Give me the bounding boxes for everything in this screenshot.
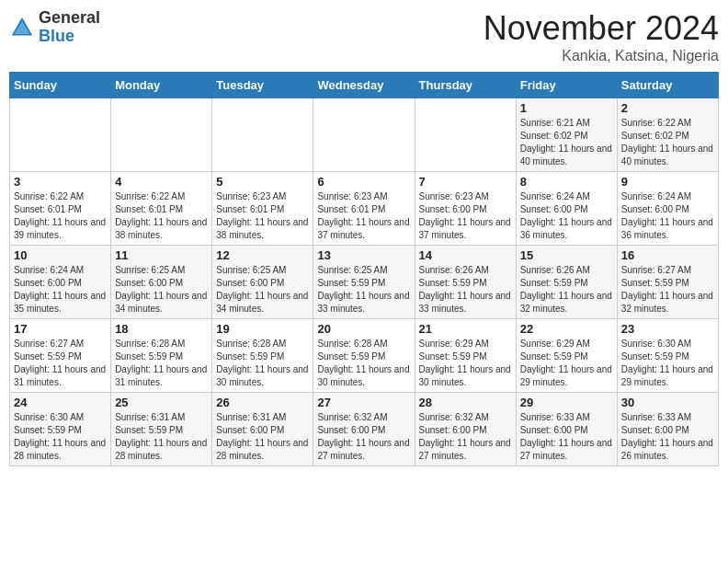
day-number: 9 [621, 175, 714, 189]
day-number: 22 [520, 322, 613, 336]
day-number: 29 [520, 396, 613, 409]
calendar-cell: 18Sunrise: 6:28 AMSunset: 5:59 PMDayligh… [111, 319, 212, 393]
day-info: Sunrise: 6:30 AMSunset: 5:59 PMDaylight:… [621, 338, 714, 389]
day-info: Sunrise: 6:32 AMSunset: 6:00 PMDaylight:… [317, 411, 410, 463]
calendar-cell: 25Sunrise: 6:31 AMSunset: 5:59 PMDayligh… [111, 393, 212, 466]
day-info: Sunrise: 6:30 AMSunset: 5:59 PMDaylight:… [14, 411, 107, 463]
day-number: 4 [115, 175, 208, 189]
day-info: Sunrise: 6:24 AMSunset: 6:00 PMDaylight:… [14, 264, 107, 316]
day-info: Sunrise: 6:23 AMSunset: 6:00 PMDaylight:… [419, 190, 512, 242]
day-info: Sunrise: 6:27 AMSunset: 5:59 PMDaylight:… [14, 338, 107, 389]
day-number: 19 [216, 322, 309, 336]
calendar-cell [415, 98, 516, 172]
day-number: 12 [216, 248, 309, 262]
day-number: 3 [14, 175, 107, 189]
day-number: 30 [621, 396, 714, 409]
logo-text: General Blue [39, 9, 100, 46]
day-of-week-header: Sunday [10, 73, 111, 98]
calendar-cell: 27Sunrise: 6:32 AMSunset: 6:00 PMDayligh… [313, 393, 415, 466]
day-info: Sunrise: 6:25 AMSunset: 6:00 PMDaylight:… [216, 264, 309, 316]
calendar-cell: 12Sunrise: 6:25 AMSunset: 6:00 PMDayligh… [212, 246, 313, 319]
day-info: Sunrise: 6:22 AMSunset: 6:01 PMDaylight:… [115, 190, 208, 242]
day-info: Sunrise: 6:31 AMSunset: 6:00 PMDaylight:… [216, 411, 309, 463]
calendar-cell: 3Sunrise: 6:22 AMSunset: 6:01 PMDaylight… [10, 172, 111, 246]
day-number: 7 [419, 175, 512, 189]
day-number: 1 [520, 101, 613, 115]
day-number: 13 [317, 248, 410, 262]
day-info: Sunrise: 6:24 AMSunset: 6:00 PMDaylight:… [520, 190, 613, 242]
calendar-cell: 15Sunrise: 6:26 AMSunset: 5:59 PMDayligh… [516, 246, 617, 319]
page-header: General Blue November 2024 Kankia, Katsi… [9, 9, 719, 64]
calendar-week-row: 10Sunrise: 6:24 AMSunset: 6:00 PMDayligh… [10, 246, 719, 319]
calendar-cell: 8Sunrise: 6:24 AMSunset: 6:00 PMDaylight… [516, 172, 617, 246]
calendar-cell: 16Sunrise: 6:27 AMSunset: 5:59 PMDayligh… [617, 246, 718, 319]
calendar-body: 1Sunrise: 6:21 AMSunset: 6:02 PMDaylight… [10, 98, 719, 466]
day-number: 11 [115, 248, 208, 262]
day-of-week-header: Monday [111, 73, 212, 98]
day-number: 24 [14, 396, 107, 409]
calendar-cell: 11Sunrise: 6:25 AMSunset: 6:00 PMDayligh… [111, 246, 212, 319]
calendar-cell: 1Sunrise: 6:21 AMSunset: 6:02 PMDaylight… [516, 98, 617, 172]
calendar-week-row: 3Sunrise: 6:22 AMSunset: 6:01 PMDaylight… [10, 172, 719, 246]
day-info: Sunrise: 6:28 AMSunset: 5:59 PMDaylight:… [317, 338, 410, 389]
day-info: Sunrise: 6:21 AMSunset: 6:02 PMDaylight:… [520, 117, 613, 168]
day-number: 15 [520, 248, 613, 262]
calendar-cell: 30Sunrise: 6:33 AMSunset: 6:00 PMDayligh… [617, 393, 718, 466]
day-number: 21 [419, 322, 512, 336]
calendar-cell: 28Sunrise: 6:32 AMSunset: 6:00 PMDayligh… [415, 393, 516, 466]
day-number: 23 [621, 322, 714, 336]
calendar-cell: 19Sunrise: 6:28 AMSunset: 5:59 PMDayligh… [212, 319, 313, 393]
calendar-cell: 5Sunrise: 6:23 AMSunset: 6:01 PMDaylight… [212, 172, 313, 246]
day-of-week-header: Thursday [415, 73, 516, 98]
day-number: 14 [419, 248, 512, 262]
logo-blue: Blue [39, 27, 74, 45]
calendar-week-row: 17Sunrise: 6:27 AMSunset: 5:59 PMDayligh… [10, 319, 719, 393]
logo-icon [9, 15, 35, 40]
day-of-week-header: Saturday [617, 73, 718, 98]
day-number: 17 [14, 322, 107, 336]
day-number: 26 [216, 396, 309, 409]
calendar-cell [313, 98, 415, 172]
day-number: 18 [115, 322, 208, 336]
day-number: 20 [317, 322, 410, 336]
calendar-cell: 4Sunrise: 6:22 AMSunset: 6:01 PMDaylight… [111, 172, 212, 246]
day-info: Sunrise: 6:26 AMSunset: 5:59 PMDaylight:… [419, 264, 512, 316]
day-info: Sunrise: 6:22 AMSunset: 6:01 PMDaylight:… [14, 190, 107, 242]
day-info: Sunrise: 6:25 AMSunset: 6:00 PMDaylight:… [115, 264, 208, 316]
day-number: 25 [115, 396, 208, 409]
day-info: Sunrise: 6:22 AMSunset: 6:02 PMDaylight:… [621, 117, 714, 168]
day-info: Sunrise: 6:28 AMSunset: 5:59 PMDaylight:… [115, 338, 208, 389]
day-info: Sunrise: 6:31 AMSunset: 5:59 PMDaylight:… [115, 411, 208, 463]
day-info: Sunrise: 6:23 AMSunset: 6:01 PMDaylight:… [216, 190, 309, 242]
day-number: 27 [317, 396, 410, 409]
day-number: 16 [621, 248, 714, 262]
calendar-cell: 2Sunrise: 6:22 AMSunset: 6:02 PMDaylight… [617, 98, 718, 172]
calendar-cell: 7Sunrise: 6:23 AMSunset: 6:00 PMDaylight… [415, 172, 516, 246]
calendar-table: SundayMondayTuesdayWednesdayThursdayFrid… [9, 72, 719, 466]
day-info: Sunrise: 6:25 AMSunset: 5:59 PMDaylight:… [317, 264, 410, 316]
calendar-cell [10, 98, 111, 172]
calendar-cell [111, 98, 212, 172]
calendar-cell: 20Sunrise: 6:28 AMSunset: 5:59 PMDayligh… [313, 319, 415, 393]
day-info: Sunrise: 6:24 AMSunset: 6:00 PMDaylight:… [621, 190, 714, 242]
day-info: Sunrise: 6:32 AMSunset: 6:00 PMDaylight:… [419, 411, 512, 463]
calendar-cell: 6Sunrise: 6:23 AMSunset: 6:01 PMDaylight… [313, 172, 415, 246]
calendar-cell [212, 98, 313, 172]
day-info: Sunrise: 6:29 AMSunset: 5:59 PMDaylight:… [419, 338, 512, 389]
day-info: Sunrise: 6:27 AMSunset: 5:59 PMDaylight:… [621, 264, 714, 316]
title-block: November 2024 Kankia, Katsina, Nigeria [483, 9, 719, 64]
calendar-cell: 23Sunrise: 6:30 AMSunset: 5:59 PMDayligh… [617, 319, 718, 393]
day-number: 8 [520, 175, 613, 189]
day-info: Sunrise: 6:26 AMSunset: 5:59 PMDaylight:… [520, 264, 613, 316]
logo: General Blue [9, 9, 100, 46]
calendar-cell: 17Sunrise: 6:27 AMSunset: 5:59 PMDayligh… [10, 319, 111, 393]
day-info: Sunrise: 6:29 AMSunset: 5:59 PMDaylight:… [520, 338, 613, 389]
day-number: 10 [14, 248, 107, 262]
location: Kankia, Katsina, Nigeria [483, 48, 719, 64]
day-of-week-header: Wednesday [313, 73, 415, 98]
day-number: 5 [216, 175, 309, 189]
calendar-week-row: 24Sunrise: 6:30 AMSunset: 5:59 PMDayligh… [10, 393, 719, 466]
day-of-week-header: Tuesday [212, 73, 313, 98]
month-title: November 2024 [483, 9, 719, 48]
day-number: 28 [419, 396, 512, 409]
